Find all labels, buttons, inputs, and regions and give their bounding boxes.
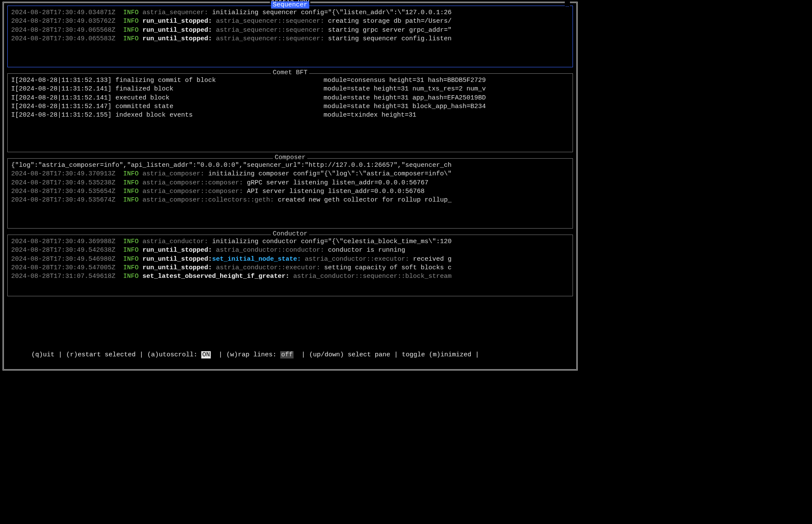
pane-sequencer-body: 2024-08-28T17:30:49.034871Z INFO astria_… <box>11 9 569 64</box>
footer-wrap-value: off <box>280 351 294 358</box>
footer-sep: | <box>297 351 309 358</box>
log-line: 2024-08-28T17:30:49.542638Z INFO run_unt… <box>11 246 569 255</box>
ellipsis-icon: … <box>565 2 570 9</box>
pane-sequencer[interactable]: Sequencer … 2024-08-28T17:30:49.034871Z … <box>7 6 573 67</box>
log-line: 2024-08-28T17:30:49.369988Z INFO astria_… <box>11 238 569 246</box>
pane-conductor-title: Conductor <box>271 230 309 238</box>
log-line: I[2024-08-28|11:31:52.155] indexed block… <box>11 111 569 120</box>
log-line: 2024-08-28T17:31:07.549618Z INFO set_lat… <box>11 272 569 281</box>
log-line: 2024-08-28T17:30:49.370913Z INFO astria_… <box>11 170 569 178</box>
log-line: 2024-08-28T17:30:49.034871Z INFO astria_… <box>11 9 569 17</box>
footer-restart[interactable]: (r)estart selected <box>66 351 136 358</box>
footer-sep: | <box>136 351 147 358</box>
log-line: 2024-08-28T17:30:49.546980Z INFO run_unt… <box>11 255 569 264</box>
pane-conductor-body: 2024-08-28T17:30:49.369988Z INFO astria_… <box>11 238 569 293</box>
log-line: 2024-08-28T17:30:49.065583Z INFO run_unt… <box>11 35 569 43</box>
log-line: I[2024-08-28|11:31:52.147] committed sta… <box>11 102 569 111</box>
footer-sep: | <box>390 351 402 358</box>
footer-select[interactable]: (up/down) select pane <box>309 351 390 358</box>
app-frame: Astria Dev Sequencer … 2024-08-28T17:30:… <box>3 2 578 370</box>
pane-composer-title: Composer <box>273 154 307 161</box>
footer-autoscroll-label[interactable]: (a)utoscroll: <box>147 351 197 358</box>
log-line: 2024-08-28T17:30:49.535654Z INFO astria_… <box>11 187 569 196</box>
footer-sep: | <box>55 351 66 358</box>
log-line: I[2024-08-28|11:31:52.133] finalizing co… <box>11 76 569 85</box>
log-line: I[2024-08-28|11:31:52.141] executed bloc… <box>11 94 569 102</box>
log-line: 2024-08-28T17:30:49.035762Z INFO run_unt… <box>11 17 569 26</box>
footer-quit[interactable]: (q)uit <box>31 351 55 358</box>
footer-autoscroll-value: ON <box>201 351 211 358</box>
log-line: 2024-08-28T17:30:49.547005Z INFO run_unt… <box>11 264 569 272</box>
pane-composer-body: {"log":"astria_composer=info","api_liste… <box>11 161 569 226</box>
pane-comet-title: Comet BFT <box>271 69 309 76</box>
log-line: 2024-08-28T17:30:49.535674Z INFO astria_… <box>11 196 569 205</box>
log-line: I[2024-08-28|11:31:52.141] finalized blo… <box>11 85 569 93</box>
footer-sep: | <box>215 351 226 358</box>
footer-bar: (q)uit | (r)estart selected | (a)utoscro… <box>8 344 572 366</box>
log-line: 2024-08-28T17:30:49.065568Z INFO run_unt… <box>11 26 569 35</box>
pane-comet-body: I[2024-08-28|11:31:52.133] finalizing co… <box>11 76 569 149</box>
footer-wrap-label[interactable]: (w)rap lines: <box>226 351 276 358</box>
pane-sequencer-title: Sequencer <box>271 1 309 9</box>
pane-comet[interactable]: Comet BFT I[2024-08-28|11:31:52.133] fin… <box>7 73 573 152</box>
footer-sep: | <box>471 351 483 358</box>
log-line: 2024-08-28T17:30:49.535238Z INFO astria_… <box>11 179 569 187</box>
log-line: {"log":"astria_composer=info","api_liste… <box>11 161 569 170</box>
pane-composer[interactable]: Composer {"log":"astria_composer=info","… <box>7 158 573 229</box>
pane-conductor[interactable]: Conductor 2024-08-28T17:30:49.369988Z IN… <box>7 235 573 296</box>
footer-toggle[interactable]: toggle (m)inimized <box>402 351 471 358</box>
